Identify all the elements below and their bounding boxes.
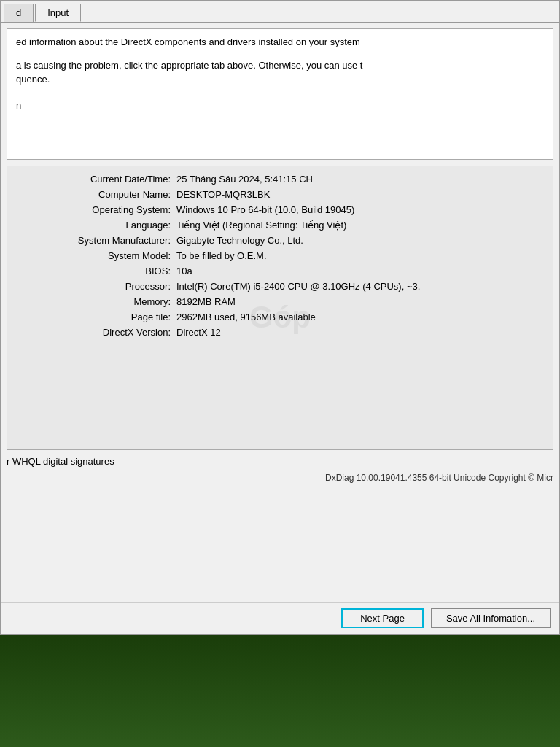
bottom-bar: Next Page Save All Infomation... xyxy=(1,602,559,634)
info-value: 2962MB used, 9156MB available xyxy=(176,311,544,322)
info-label: DirectX Version: xyxy=(16,327,176,338)
signature-line: r WHQL digital signatures xyxy=(7,456,553,467)
tab-d[interactable]: d xyxy=(4,4,34,22)
table-row: System Model:To be filled by O.E.M. xyxy=(16,250,544,261)
table-row: Operating System:Windows 10 Pro 64-bit (… xyxy=(16,204,544,215)
info-label: Computer Name: xyxy=(16,189,176,200)
system-info-section: Góp Current Date/Time:25 Tháng Sáu 2024,… xyxy=(7,166,553,450)
dxdiag-info: DxDiag 10.00.19041.4355 64-bit Unicode C… xyxy=(7,473,553,483)
description-line2: a is causing the problem, click the appr… xyxy=(16,58,544,73)
info-value: DESKTOP-MQR3LBK xyxy=(176,189,544,200)
info-label: Memory: xyxy=(16,296,176,307)
tab-bar: d Input xyxy=(1,1,559,23)
description-blank: n xyxy=(16,98,544,113)
info-value: Intel(R) Core(TM) i5-2400 CPU @ 3.10GHz … xyxy=(176,281,544,292)
info-label: BIOS: xyxy=(16,266,176,276)
table-row: Current Date/Time:25 Tháng Sáu 2024, 5:4… xyxy=(16,174,544,185)
info-value: 25 Tháng Sáu 2024, 5:41:15 CH xyxy=(176,174,544,185)
info-value: Gigabyte Technology Co., Ltd. xyxy=(176,235,544,246)
dxdiag-window: d Input ed information about the DirectX… xyxy=(0,0,560,635)
info-value: 8192MB RAM xyxy=(176,296,544,307)
info-label: Processor: xyxy=(16,281,176,292)
description-line1: ed information about the DirectX compone… xyxy=(16,35,544,50)
table-row: DirectX Version:DirectX 12 xyxy=(16,327,544,338)
table-row: Processor:Intel(R) Core(TM) i5-2400 CPU … xyxy=(16,281,544,292)
save-all-button[interactable]: Save All Infomation... xyxy=(431,608,551,628)
next-page-button[interactable]: Next Page xyxy=(341,608,424,628)
table-row: BIOS:10a xyxy=(16,266,544,276)
description-line3: quence. xyxy=(16,72,544,87)
info-label: Language: xyxy=(16,220,176,231)
info-label: Current Date/Time: xyxy=(16,174,176,185)
info-label: System Manufacturer: xyxy=(16,235,176,246)
description-area: ed information about the DirectX compone… xyxy=(7,28,553,160)
info-value: Tiếng Việt (Regional Setting: Tiếng Việt… xyxy=(176,220,544,231)
info-value: To be filled by O.E.M. xyxy=(176,250,544,261)
info-value: 10a xyxy=(176,266,544,276)
info-value: Windows 10 Pro 64-bit (10.0, Build 19045… xyxy=(176,204,544,215)
table-row: Memory:8192MB RAM xyxy=(16,296,544,307)
taskbar xyxy=(0,635,560,747)
table-row: Language:Tiếng Việt (Regional Setting: T… xyxy=(16,220,544,231)
info-label: Operating System: xyxy=(16,204,176,215)
info-label: System Model: xyxy=(16,250,176,261)
info-value: DirectX 12 xyxy=(176,327,544,338)
info-rows-container: Current Date/Time:25 Tháng Sáu 2024, 5:4… xyxy=(16,174,544,338)
table-row: System Manufacturer:Gigabyte Technology … xyxy=(16,235,544,246)
table-row: Page file:2962MB used, 9156MB available xyxy=(16,311,544,322)
table-row: Computer Name:DESKTOP-MQR3LBK xyxy=(16,189,544,200)
tab-input[interactable]: Input xyxy=(35,4,81,22)
info-label: Page file: xyxy=(16,311,176,322)
